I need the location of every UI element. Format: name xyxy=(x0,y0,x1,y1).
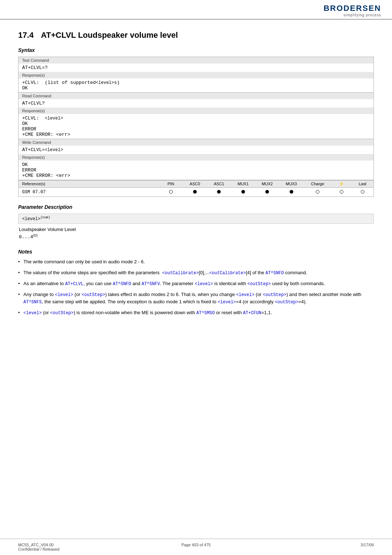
reference-header-row: Reference(s) PIN ASC0 ASC1 MUX1 MUX2 MUX… xyxy=(19,181,373,188)
footer-doc-id: MC55_ATC_V04.00 xyxy=(18,543,137,547)
dot-mux3 xyxy=(279,188,303,197)
note-2: The values of the volume steps are speci… xyxy=(18,269,374,276)
col-charge: Charge xyxy=(303,181,332,188)
test-command-response-label: Response(s) xyxy=(19,72,374,78)
reference-sub-table: Reference(s) PIN ASC0 ASC1 MUX1 MUX2 MUX… xyxy=(19,180,373,197)
note-2-text: The values of the volume steps are speci… xyxy=(24,269,374,276)
param-value: 0...4(D) xyxy=(18,234,374,240)
param-name: <level> xyxy=(22,216,40,222)
note-5-text: <level> (or <outStep>) is stored non-vol… xyxy=(24,309,374,316)
section-heading: AT+CLVL Loudspeaker volume level xyxy=(41,31,178,40)
read-command-row: AT+CLVL? xyxy=(19,99,374,108)
main-content: 17.4AT+CLVL Loudspeaker volume level Syn… xyxy=(0,20,392,338)
parameter-section: <level>(num) Loudspeaker Volume Level 0.… xyxy=(18,214,374,240)
dot-special xyxy=(332,188,351,197)
page-footer: MC55_ATC_V04.00 Confidential / Released … xyxy=(0,539,392,555)
col-mux1: MUX1 xyxy=(231,181,255,188)
note-4-text: Any change to <level> (or <outStep>) tak… xyxy=(24,291,374,305)
param-name-box: <level>(num) xyxy=(18,214,374,224)
write-command-response-label: Response(s) xyxy=(19,154,374,161)
write-command-label: Write Command xyxy=(19,139,374,146)
write-command-response-row: OKERROR+CME ERROR: <err> xyxy=(19,161,374,180)
note-4: Any change to <level> (or <outStep>) tak… xyxy=(18,291,374,305)
note-1-text: The write command can only be used in au… xyxy=(24,258,374,266)
col-asc0: ASC0 xyxy=(183,181,207,188)
dot-asc0 xyxy=(183,188,207,197)
dot-filled-asc0 xyxy=(193,190,197,194)
col-mux2: MUX2 xyxy=(255,181,279,188)
col-mux3: MUX3 xyxy=(279,181,303,188)
notes-label: Notes xyxy=(18,249,374,255)
reference-gsm: GSM 07.07 xyxy=(19,188,159,197)
read-command-response-label-row: Response(s) xyxy=(19,108,374,114)
note-5: <level> (or <outStep>) is stored non-vol… xyxy=(18,309,374,316)
dot-empty-pin xyxy=(169,190,173,194)
page-header: BRODERSEN simplifying process xyxy=(0,0,392,20)
footer-date: 3/17/06 xyxy=(255,543,374,551)
write-command-response: OKERROR+CME ERROR: <err> xyxy=(19,161,374,180)
logo-brand: BRODERSEN xyxy=(323,4,381,13)
syntax-label: Syntax xyxy=(18,47,374,53)
section-number: 17.4 xyxy=(18,31,34,40)
section-title: 17.4AT+CLVL Loudspeaker volume level xyxy=(18,31,374,40)
command-table: Test Command AT+CLVL=? Response(s) +CLVL… xyxy=(18,57,374,197)
dot-filled-asc1 xyxy=(217,190,221,194)
test-command-response-row: +CLVL: (list of supported<level>s)OK xyxy=(19,78,374,93)
read-command-response-label: Response(s) xyxy=(19,108,374,114)
dot-asc1 xyxy=(207,188,231,197)
note-3: As an alternative to AT+CLVL, you can us… xyxy=(18,280,374,287)
dot-empty-last xyxy=(361,190,364,194)
test-command-response-label-row: Response(s) xyxy=(19,72,374,78)
logo: BRODERSEN simplifying process xyxy=(323,4,381,17)
test-command-row: AT+CLVL=? xyxy=(19,64,374,72)
test-command-label: Test Command xyxy=(19,57,374,64)
write-command-row: AT+CLVL=<level> xyxy=(19,146,374,154)
dot-charge xyxy=(303,188,332,197)
reference-col-label: Reference(s) xyxy=(19,181,159,188)
read-command-response-row: +CLVL: <level>OKERROR+CME ERROR: <err> xyxy=(19,114,374,139)
dot-filled-mux1 xyxy=(241,190,245,194)
read-command-response: +CLVL: <level>OKERROR+CME ERROR: <err> xyxy=(19,114,374,139)
footer-status: Confidential / Released xyxy=(18,547,137,551)
col-asc1: ASC1 xyxy=(207,181,231,188)
logo-tagline: simplifying process xyxy=(323,13,381,17)
dot-empty-charge xyxy=(316,190,319,194)
notes-list: The write command can only be used in au… xyxy=(18,258,374,316)
test-command-cmd: AT+CLVL=? xyxy=(19,64,374,72)
test-command-response: +CLVL: (list of supported<level>s)OK xyxy=(19,78,374,93)
write-command-label-row: Write Command xyxy=(19,139,374,146)
reference-data-row: GSM 07.07 xyxy=(19,188,373,197)
dot-mux2 xyxy=(255,188,279,197)
dot-filled-mux3 xyxy=(290,190,293,194)
col-pin: PIN xyxy=(159,181,183,188)
col-last: Last xyxy=(352,181,373,188)
test-command-label-row: Test Command xyxy=(19,57,374,64)
footer-left: MC55_ATC_V04.00 Confidential / Released xyxy=(18,543,137,551)
dot-pin xyxy=(159,188,183,197)
param-description: Loudspeaker Volume Level xyxy=(18,227,374,232)
read-command-cmd: AT+CLVL? xyxy=(19,99,374,108)
param-value-sup: (D) xyxy=(33,234,38,237)
dot-empty-special xyxy=(340,190,343,194)
note-1: The write command can only be used in au… xyxy=(18,258,374,266)
write-command-response-label-row: Response(s) xyxy=(19,154,374,161)
note-3-text: As an alternative to AT+CLVL, you can us… xyxy=(24,280,374,287)
param-desc-label: Parameter Description xyxy=(18,204,374,210)
dot-last xyxy=(352,188,373,197)
reference-label-row: Reference(s) PIN ASC0 ASC1 MUX1 MUX2 MUX… xyxy=(19,180,374,197)
footer-page: Page 403 of 475 xyxy=(137,543,256,551)
param-superscript: (num) xyxy=(40,216,50,219)
write-command-cmd: AT+CLVL=<level> xyxy=(19,146,374,154)
col-special: ⚡ xyxy=(332,181,351,188)
dot-filled-mux2 xyxy=(265,190,269,194)
dot-mux1 xyxy=(231,188,255,197)
read-command-label: Read Command xyxy=(19,93,374,100)
read-command-label-row: Read Command xyxy=(19,93,374,100)
